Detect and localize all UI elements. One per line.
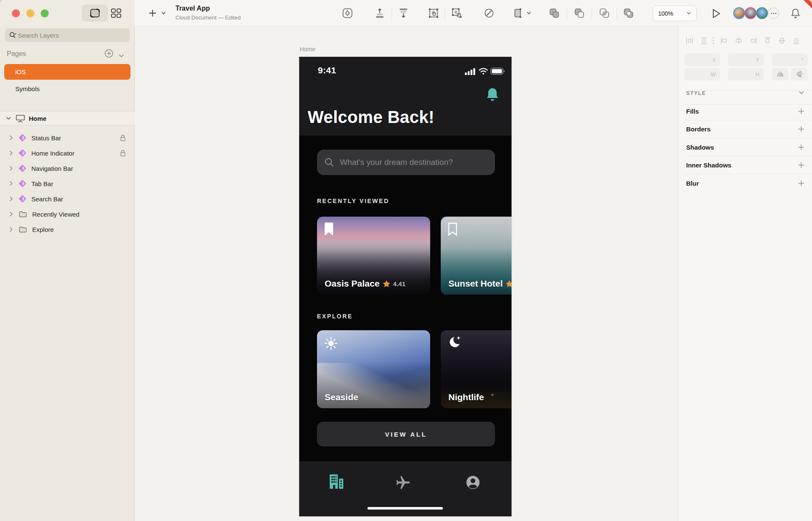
layer-row-navigation-bar[interactable]: Navigation Bar xyxy=(0,161,135,176)
inspector-panel: X Y ° W H STYLE xyxy=(678,27,812,521)
preview-play-button[interactable] xyxy=(711,8,721,19)
lock-icon[interactable] xyxy=(120,134,126,143)
explore-card-seaside[interactable]: Seaside xyxy=(317,330,430,408)
zoom-value: 100% xyxy=(658,10,673,17)
add-fill-button[interactable] xyxy=(798,108,804,114)
notifications-bell-icon[interactable] xyxy=(790,8,801,20)
flip-vertical-button[interactable] xyxy=(791,68,807,81)
page-item-symbols[interactable]: Symbols xyxy=(4,81,131,97)
move-forward-icon[interactable] xyxy=(374,7,386,19)
group-icon[interactable] xyxy=(428,7,439,19)
zoom-control[interactable]: 100% xyxy=(653,6,697,21)
canvas-view-toggle-icon[interactable] xyxy=(89,8,101,19)
add-page-button[interactable] xyxy=(104,49,114,60)
resize-icon[interactable] xyxy=(512,7,524,19)
bookmark-filled-icon[interactable] xyxy=(324,223,334,237)
x-field-label: X xyxy=(712,57,716,63)
chevron-right-icon[interactable] xyxy=(9,166,13,171)
insert-icon[interactable] xyxy=(148,9,157,17)
layer-label: Search Bar xyxy=(31,195,63,203)
layer-row-search-bar[interactable]: Search Bar xyxy=(0,191,135,206)
collaborator-avatar[interactable] xyxy=(756,7,768,19)
width-field[interactable]: W xyxy=(684,68,720,81)
card-title: Sunset Hotel xyxy=(448,279,503,289)
chevron-right-icon[interactable] xyxy=(9,150,13,156)
tab-profile-icon[interactable] xyxy=(465,475,481,490)
height-field[interactable]: H xyxy=(728,68,764,81)
layer-row-recently-viewed[interactable]: Recently Viewed xyxy=(0,206,135,222)
align-right-icon[interactable] xyxy=(749,36,757,45)
tab-flights-icon[interactable] xyxy=(395,475,411,491)
chevron-right-icon[interactable] xyxy=(9,212,13,217)
canvas[interactable]: Home 9:41 xyxy=(135,27,678,521)
mask-icon[interactable] xyxy=(483,7,495,19)
align-middle-vertical-icon[interactable] xyxy=(778,36,786,45)
pages-collapse-chevron-icon[interactable] xyxy=(119,52,124,59)
subtract-icon[interactable] xyxy=(573,7,585,19)
bookmark-outline-icon[interactable] xyxy=(448,223,458,237)
layer-search-field[interactable] xyxy=(5,28,130,42)
ungroup-icon[interactable] xyxy=(451,7,463,19)
add-border-button[interactable] xyxy=(798,126,804,132)
add-blur-button[interactable] xyxy=(798,180,804,187)
move-backward-icon[interactable] xyxy=(398,7,409,19)
align-left-icon[interactable] xyxy=(720,36,729,45)
rotation-field[interactable]: ° xyxy=(772,53,808,66)
align-bottom-icon[interactable] xyxy=(792,36,801,45)
components-view-toggle-icon[interactable] xyxy=(110,8,122,19)
chevron-right-icon[interactable] xyxy=(9,135,13,140)
difference-icon[interactable] xyxy=(623,7,634,19)
collaborator-avatar[interactable] xyxy=(745,7,756,19)
star-icon xyxy=(506,280,512,287)
style-collapse-chevron-icon[interactable] xyxy=(798,91,804,95)
union-icon[interactable] xyxy=(548,7,560,19)
flip-horizontal-button[interactable] xyxy=(772,68,788,81)
chevron-right-icon[interactable] xyxy=(9,227,13,232)
minimize-window-button[interactable] xyxy=(26,9,34,17)
create-symbol-icon[interactable] xyxy=(342,7,353,19)
close-window-button[interactable] xyxy=(12,9,20,17)
layer-row-home-indicator[interactable]: Home Indicator xyxy=(0,145,135,161)
chevron-down-icon[interactable] xyxy=(6,117,11,120)
page-item-ios[interactable]: iOS xyxy=(4,64,131,80)
view-all-button[interactable]: VIEW ALL xyxy=(317,422,495,446)
insert-chevron-icon[interactable] xyxy=(161,11,166,15)
rotation-field-label: ° xyxy=(801,57,804,63)
explore-card-nightlife[interactable]: Nightlife xyxy=(441,330,512,408)
resize-chevron-icon[interactable] xyxy=(526,11,531,15)
card-title: Seaside xyxy=(325,392,358,402)
distribute-horizontal-icon[interactable] xyxy=(685,36,694,45)
more-collaborators-button[interactable] xyxy=(768,8,779,19)
phone-greeting: Welcome Back! xyxy=(308,108,434,127)
artboard-home[interactable]: 9:41 Welcome Back! xyxy=(299,57,512,516)
layer-row-explore[interactable]: Explore xyxy=(0,222,135,237)
maximize-window-button[interactable] xyxy=(41,9,49,17)
search-layers-input[interactable] xyxy=(17,31,110,39)
lock-icon[interactable] xyxy=(120,149,126,159)
align-top-icon[interactable] xyxy=(763,36,772,45)
tab-hotels-icon[interactable] xyxy=(328,473,345,490)
y-position-field[interactable]: Y xyxy=(728,53,764,66)
align-center-horizontal-icon[interactable] xyxy=(734,36,743,45)
artboard-title[interactable]: Home xyxy=(300,46,315,53)
layer-row-tab-bar[interactable]: Tab Bar xyxy=(0,176,135,191)
inspector-divider xyxy=(685,156,812,156)
collaborator-avatar[interactable] xyxy=(733,7,745,19)
phone-notifications-bell-icon[interactable] xyxy=(485,86,500,103)
add-shadow-button[interactable] xyxy=(798,144,804,150)
symbol-diamond-icon xyxy=(19,195,26,203)
destination-search-input[interactable] xyxy=(339,157,487,167)
hotel-card-sunset-hotel[interactable]: Sunset Hotel xyxy=(441,217,512,295)
x-position-field[interactable]: X xyxy=(684,53,720,66)
add-inner-shadow-button[interactable] xyxy=(798,162,804,168)
phone-search-bar[interactable] xyxy=(317,150,495,175)
distribute-vertical-icon[interactable] xyxy=(700,36,708,45)
hotel-card-oasis-palace[interactable]: Oasis Palace 4.41 xyxy=(317,217,430,295)
folder-icon xyxy=(19,226,27,233)
layer-row-status-bar[interactable]: Status Bar xyxy=(0,130,135,145)
chevron-right-icon[interactable] xyxy=(9,196,13,201)
intersect-icon[interactable] xyxy=(598,7,610,19)
sun-icon xyxy=(324,336,338,351)
chevron-right-icon[interactable] xyxy=(9,181,13,186)
artboard-section-row[interactable]: Home xyxy=(0,111,135,125)
